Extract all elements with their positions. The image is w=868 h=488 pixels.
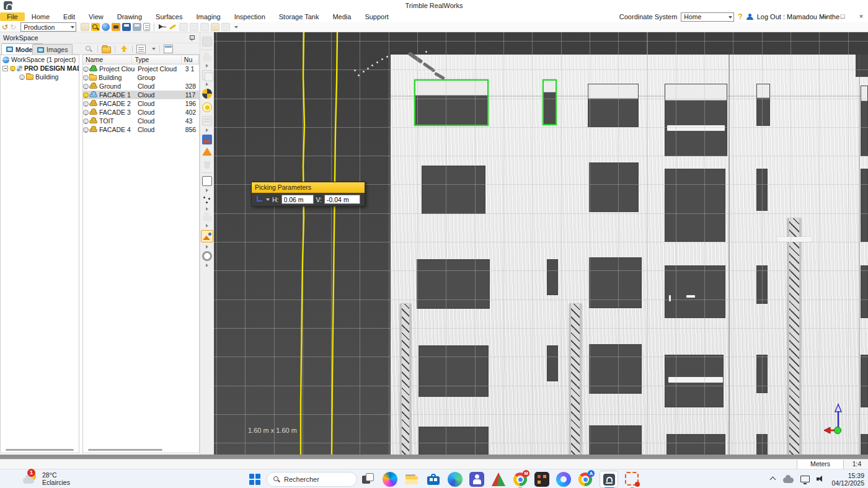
circle-tool-icon[interactable]: [202, 251, 212, 261]
file-explorer-icon[interactable]: [404, 472, 419, 487]
menu-support[interactable]: Support: [358, 12, 396, 21]
table-row[interactable]: TOIT Cloud 43: [83, 117, 199, 125]
new-group-icon[interactable]: [102, 47, 111, 53]
cad-app-icon[interactable]: [491, 472, 506, 487]
weather-widget[interactable]: 1 28°C Eclaircies: [22, 471, 70, 487]
table-row[interactable]: Project Cloud Project Cloud 3 1: [83, 64, 199, 73]
sampling-box-icon[interactable]: [202, 135, 212, 144]
collapse-icon[interactable]: [2, 66, 8, 71]
tree-item-project[interactable]: PRO DESIGN MADAR: [1, 64, 79, 73]
pen-tool-icon[interactable]: [169, 23, 177, 31]
tree-item-workspace[interactable]: WorkSpace (1 project): [1, 55, 79, 64]
realworks-taskbar-icon[interactable]: [600, 471, 618, 488]
table-row[interactable]: FACADE 3 Cloud 402: [83, 108, 199, 117]
network-icon[interactable]: [800, 476, 810, 482]
table-row-selected[interactable]: FACADE 1 Cloud 117: [83, 91, 199, 99]
v-input[interactable]: [324, 195, 360, 204]
onedrive-icon[interactable]: [783, 477, 794, 483]
segmentation-tool-icon[interactable]: [202, 89, 212, 99]
table-row[interactable]: FACADE 4 Cloud 856: [83, 125, 199, 134]
microsoft-store-icon[interactable]: [426, 472, 441, 487]
folder-icon: [26, 74, 33, 80]
coordinate-system-dropdown[interactable]: Home: [681, 12, 734, 22]
properties-panel-icon[interactable]: [164, 45, 173, 53]
picking-tool-icon[interactable]: [158, 23, 167, 31]
tray-chevron-icon[interactable]: [770, 477, 776, 481]
highlight-tool-icon[interactable]: [202, 102, 212, 112]
bulb-icon[interactable]: [83, 66, 88, 72]
menu-storage-tank[interactable]: Storage Tank: [272, 12, 326, 21]
menu-home[interactable]: Home: [25, 12, 56, 21]
bulb-icon[interactable]: [83, 75, 88, 81]
bulb-icon[interactable]: [83, 127, 88, 133]
bulb-icon[interactable]: [83, 84, 88, 89]
start-button[interactable]: [249, 474, 260, 485]
mesh-tool-icon[interactable]: [202, 148, 212, 156]
table-row[interactable]: FACADE 2 Cloud 196: [83, 99, 199, 108]
pin-icon[interactable]: [189, 35, 195, 41]
menu-inspection[interactable]: Inspection: [228, 12, 272, 21]
menu-surfaces[interactable]: Surfaces: [149, 12, 189, 21]
table-row[interactable]: Building Group: [83, 73, 199, 82]
menu-imaging[interactable]: Imaging: [189, 12, 227, 21]
active-segmentation-icon[interactable]: [201, 230, 213, 242]
clock[interactable]: 15:39 04/12/2025: [831, 472, 864, 487]
dialog-title[interactable]: Picking Parameters: [252, 182, 365, 193]
loop-app-icon[interactable]: [556, 472, 571, 487]
chevron-down-icon[interactable]: [152, 48, 156, 50]
menu-media[interactable]: Media: [326, 12, 358, 21]
h-input[interactable]: [281, 195, 314, 204]
chevron-down-icon[interactable]: [266, 198, 270, 201]
menu-view[interactable]: View: [82, 12, 110, 21]
column-type[interactable]: Type: [132, 55, 181, 64]
task-view-button[interactable]: [361, 472, 376, 487]
taskbar-search[interactable]: Rechercher: [267, 472, 357, 487]
list-view-icon[interactable]: [136, 45, 146, 53]
column-name[interactable]: Name: [83, 55, 132, 64]
minimize-button[interactable]: —: [820, 12, 828, 20]
dark-app-icon[interactable]: [534, 472, 549, 487]
help-icon[interactable]: ?: [738, 12, 742, 21]
bulb-icon[interactable]: [19, 74, 24, 80]
polygon-fence-icon[interactable]: [202, 195, 212, 205]
teams-icon[interactable]: [469, 472, 484, 487]
menu-drawing[interactable]: Drawing: [110, 12, 149, 21]
bulb-icon[interactable]: [10, 66, 15, 71]
horizontal-scrollbar[interactable]: [6, 449, 74, 451]
copilot-icon[interactable]: [383, 472, 397, 487]
tab-images[interactable]: Images: [32, 44, 73, 55]
undo-icon[interactable]: ↺: [2, 24, 8, 31]
chrome-profile2-icon[interactable]: A: [578, 472, 593, 487]
zoom-search-icon[interactable]: [91, 23, 100, 31]
save-as-icon[interactable]: [133, 23, 141, 31]
volume-icon[interactable]: [817, 476, 825, 482]
close-button[interactable]: ×: [857, 12, 866, 20]
viewport-canvas[interactable]: 1.60 m x 1.60 m Picking Parameters H: V:: [214, 32, 868, 455]
picking-parameters-dialog[interactable]: Picking Parameters H: V:: [251, 182, 365, 206]
chrome-profile-icon[interactable]: M: [513, 472, 528, 487]
menu-file[interactable]: File: [0, 12, 25, 21]
mode-dropdown[interactable]: Production: [20, 22, 76, 32]
maximize-button[interactable]: □: [838, 12, 847, 20]
rectangle-fence-icon[interactable]: [202, 176, 212, 186]
menu-edit[interactable]: Edit: [56, 12, 82, 21]
tree-item-building[interactable]: Building: [1, 73, 79, 81]
table-row[interactable]: Ground Cloud 328: [83, 82, 199, 91]
bulb-icon[interactable]: [83, 118, 88, 124]
column-number[interactable]: Nu: [182, 55, 199, 64]
search-icon[interactable]: [84, 45, 94, 53]
bulb-icon[interactable]: [83, 101, 88, 107]
save-icon[interactable]: [122, 23, 131, 31]
bulb-icon[interactable]: [83, 110, 88, 115]
axis-mode-icon[interactable]: [255, 195, 264, 203]
horizontal-scrollbar[interactable]: [88, 449, 162, 451]
snip-tool-icon[interactable]: [625, 472, 640, 487]
camera-icon[interactable]: [112, 23, 120, 31]
row-type: Group: [135, 74, 185, 81]
edge-browser-icon[interactable]: [448, 472, 463, 487]
move-up-icon[interactable]: [119, 45, 128, 53]
document-icon[interactable]: [143, 23, 150, 31]
bulb-icon[interactable]: [83, 92, 88, 98]
toolbar-overflow-icon[interactable]: [234, 26, 238, 29]
globe-icon[interactable]: [102, 23, 110, 31]
